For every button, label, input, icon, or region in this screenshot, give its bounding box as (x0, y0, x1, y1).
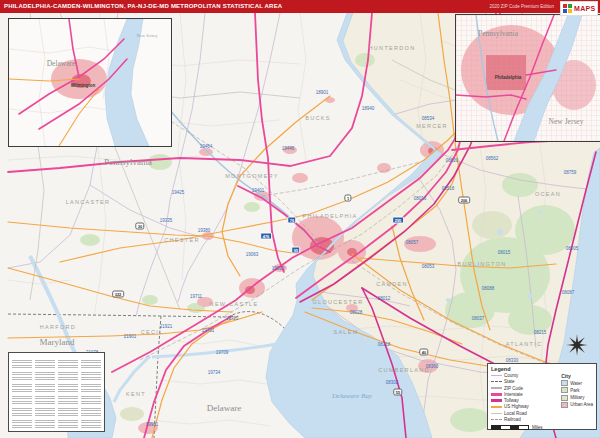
legend-line-item: State (491, 379, 556, 384)
scale-bar: Miles (491, 425, 593, 430)
map-page: PennsylvaniaMarylandDelawareLANCASTERBER… (0, 0, 600, 438)
legend-line-item: Tollway (491, 398, 556, 403)
legend-line-item: ZIP Code (491, 386, 556, 391)
legend-fill-items: WaterParkMilitaryUrban Area (561, 380, 593, 408)
legend-city-header: City (561, 373, 593, 379)
zip-index-column (58, 356, 78, 428)
inset-wilmington-labels: DelawareNew JerseyWilmington (9, 19, 171, 146)
marketmaps-logo: MAPS (560, 1, 598, 16)
inset-philadelphia-labels: PennsylvaniaNew JerseyPhiladelphia (456, 15, 600, 141)
legend-line-item: Railroad (491, 417, 556, 422)
inset-label: Wilmington (71, 83, 95, 88)
inset-label: Philadelphia (495, 75, 522, 80)
zip-index-column (35, 356, 55, 428)
legend-line-item: Interstate (491, 392, 556, 397)
edition-label: 2020 ZIP Code Premium Edition (490, 4, 554, 9)
legend-fill-item: Military (561, 395, 593, 401)
inset-label: New Jersey (137, 33, 158, 38)
scale-bar-segments (491, 425, 529, 430)
legend-line-item: County (491, 373, 556, 378)
legend-fill-item: Urban Area (561, 402, 593, 408)
inset-label: Pennsylvania (478, 29, 518, 38)
miles-label: Miles (532, 425, 543, 430)
inset-label: New Jersey (549, 117, 584, 126)
logo-color-squares (563, 4, 572, 13)
legend-line-item: Local Road (491, 411, 556, 416)
compass-rose-icon (564, 332, 590, 358)
zip-index-column (81, 356, 101, 428)
legend-fill-item: Water (561, 380, 593, 386)
map-title: PHILADELPHIA-CAMDEN-WILMINGTON, PA-NJ-DE… (4, 0, 282, 13)
legend-line-items: CountyStateZIP CodeInterstateTollwayUS H… (491, 373, 556, 423)
header-bar: PHILADELPHIA-CAMDEN-WILMINGTON, PA-NJ-DE… (0, 0, 600, 13)
zip-index-panel (8, 352, 105, 432)
logo-text: MAPS (574, 5, 595, 12)
zip-index-column (12, 356, 32, 428)
inset-wilmington: DelawareNew JerseyWilmington (8, 18, 172, 147)
inset-label: Delaware (47, 59, 76, 68)
legend-title: Legend (491, 366, 593, 372)
legend-panel: Legend CountyStateZIP CodeInterstateToll… (487, 363, 597, 430)
inset-philadelphia: PennsylvaniaNew JerseyPhiladelphia (455, 14, 600, 142)
legend-line-item: US Highway (491, 404, 556, 409)
legend-fill-item: Park (561, 387, 593, 393)
